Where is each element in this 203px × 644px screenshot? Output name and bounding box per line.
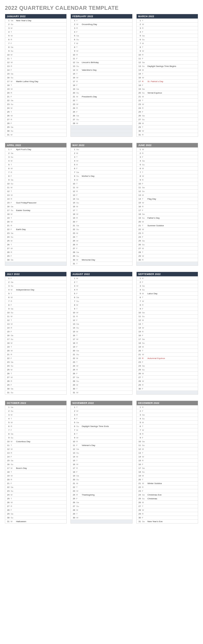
day-number: 29 bbox=[71, 383, 76, 387]
day-row: 10R bbox=[71, 439, 132, 443]
day-weekday: W bbox=[10, 322, 15, 326]
day-number: 25 bbox=[5, 368, 10, 372]
day-weekday: T bbox=[10, 292, 15, 296]
day-weekday: F bbox=[142, 83, 146, 87]
day-number: 5 bbox=[71, 163, 76, 167]
day-weekday: M bbox=[76, 95, 81, 99]
day-weekday: R bbox=[142, 405, 146, 409]
day-weekday: W bbox=[10, 247, 15, 250]
day-row: 4T bbox=[5, 417, 66, 420]
day-number: 18 bbox=[5, 212, 10, 216]
day-row: 7T bbox=[137, 170, 198, 174]
day-number: 19 bbox=[71, 345, 76, 349]
day-number: 10 bbox=[137, 440, 142, 444]
day-row: 18T bbox=[5, 470, 66, 474]
day-number: 29 bbox=[5, 383, 10, 387]
day-number: 1 bbox=[71, 277, 76, 280]
day-number: 1 bbox=[5, 148, 10, 151]
day-number: 28 bbox=[71, 250, 76, 254]
day-row: 5Su bbox=[137, 163, 198, 166]
day-row bbox=[5, 262, 66, 265]
day-row: 16W bbox=[71, 76, 132, 79]
day-row: 22T bbox=[71, 98, 132, 102]
month-block: JANUARY 20221SaNew Year's Day2Su3M4T5W6R… bbox=[5, 14, 67, 137]
day-number: 20 bbox=[71, 91, 76, 95]
day-number: 25 bbox=[71, 368, 76, 372]
day-number: 2 bbox=[71, 409, 76, 413]
day-weekday: F bbox=[76, 292, 81, 296]
day-row: 18Su bbox=[137, 341, 198, 345]
month-header: AUGUST 2022 bbox=[71, 272, 132, 276]
day-number: 3 bbox=[137, 284, 142, 288]
day-number: 4 bbox=[137, 30, 142, 34]
day-weekday: W bbox=[76, 212, 81, 216]
day-row: 20SuVernal Equinox bbox=[137, 91, 198, 95]
day-row: 29Sa bbox=[5, 512, 66, 516]
day-number: 15 bbox=[71, 72, 76, 76]
day-weekday: R bbox=[10, 478, 15, 482]
day-number: 14 bbox=[71, 68, 76, 72]
day-row: 29T bbox=[71, 512, 132, 516]
day-weekday: F bbox=[10, 201, 15, 205]
day-number: 7 bbox=[5, 428, 10, 432]
day-weekday: T bbox=[76, 209, 81, 212]
day-event: Vernal Equinox bbox=[146, 91, 198, 95]
day-number: 8 bbox=[71, 174, 76, 178]
day-weekday: Su bbox=[10, 284, 15, 288]
day-weekday: Su bbox=[10, 338, 15, 341]
day-number: 13 bbox=[5, 193, 10, 197]
day-number: 3 bbox=[137, 413, 142, 417]
day-row: 12M bbox=[137, 447, 198, 451]
day-weekday: M bbox=[10, 239, 15, 243]
day-weekday: F bbox=[76, 345, 81, 349]
day-row: 13Su bbox=[71, 451, 132, 455]
day-weekday: Su bbox=[10, 23, 15, 26]
day-number: 10 bbox=[71, 311, 76, 315]
day-row: 25F bbox=[71, 497, 132, 500]
day-number: 4 bbox=[137, 417, 142, 421]
day-weekday: W bbox=[142, 148, 146, 151]
quarter-row: JULY 20221F2Sa3Su4MIndependence Day5T6W7… bbox=[5, 272, 198, 395]
day-number: 24 bbox=[137, 106, 142, 110]
day-number: 2 bbox=[71, 151, 76, 155]
day-weekday: W bbox=[76, 463, 81, 466]
day-weekday: F bbox=[76, 110, 81, 114]
day-weekday: R bbox=[142, 383, 146, 387]
day-number: 28 bbox=[137, 250, 142, 254]
day-number: 2 bbox=[5, 23, 10, 26]
day-row: 3Su bbox=[5, 284, 66, 288]
day-weekday: T bbox=[142, 425, 146, 428]
day-weekday: M bbox=[76, 303, 81, 307]
day-weekday: Su bbox=[142, 118, 146, 122]
day-weekday: M bbox=[76, 383, 81, 387]
day-row: 20R bbox=[5, 91, 66, 95]
day-row: 19T bbox=[5, 345, 66, 349]
day-row: 19F bbox=[71, 345, 132, 349]
day-number: 14 bbox=[5, 68, 10, 72]
day-number: 3 bbox=[5, 155, 10, 159]
day-number: 18 bbox=[71, 212, 76, 216]
day-number: 1 bbox=[71, 19, 76, 23]
day-row: 12Sa bbox=[137, 60, 198, 64]
day-weekday: M bbox=[76, 231, 81, 235]
day-number: 3 bbox=[71, 413, 76, 417]
day-event: Independence Day bbox=[15, 288, 66, 292]
day-weekday: R bbox=[76, 216, 81, 220]
day-row: 1Su bbox=[71, 147, 132, 151]
day-number: 30 bbox=[5, 258, 10, 262]
day-row: 2W bbox=[71, 409, 132, 413]
day-row: 9F bbox=[137, 307, 198, 311]
day-number: 22 bbox=[5, 99, 10, 103]
day-weekday: Su bbox=[142, 243, 146, 247]
day-weekday: T bbox=[142, 99, 146, 103]
day-row: 17Su bbox=[5, 337, 66, 341]
day-weekday: F bbox=[142, 307, 146, 311]
day-number: 12 bbox=[137, 190, 142, 193]
day-row: 12W bbox=[5, 447, 66, 451]
month-block: JUNE 20221W2R3F4Sa5Su6M7T8W9R10F11Sa12Su… bbox=[136, 143, 198, 266]
day-weekday: F bbox=[10, 357, 15, 360]
day-number: 27 bbox=[137, 118, 142, 122]
day-number: 27 bbox=[137, 247, 142, 250]
day-weekday: R bbox=[142, 106, 146, 110]
day-row: 23Su bbox=[5, 489, 66, 493]
